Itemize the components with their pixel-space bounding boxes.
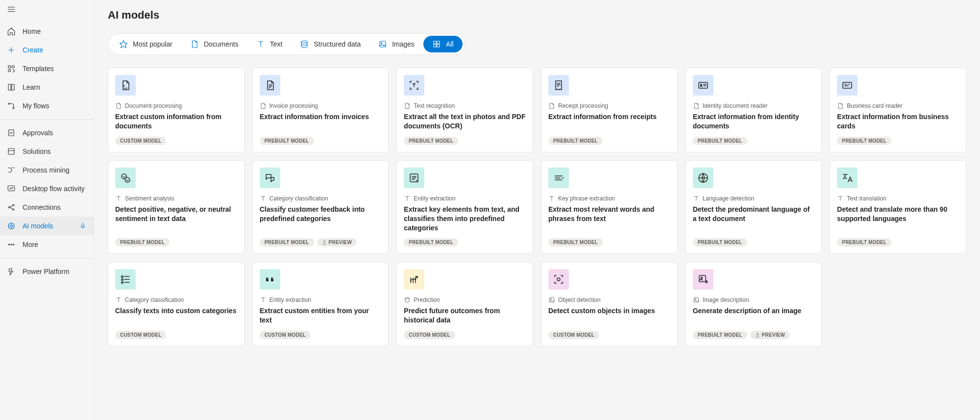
svg-rect-25 — [437, 45, 440, 47]
nav-home[interactable]: Home — [0, 22, 94, 41]
text-category-icon — [260, 195, 267, 202]
ai-models-icon — [7, 222, 16, 230]
card-title: Extract all the text in photos and PDF d… — [404, 112, 526, 131]
nav-label: Approvals — [23, 129, 87, 137]
card-title: Extract custom information from document… — [115, 112, 237, 131]
nav-label: Connections — [23, 203, 87, 211]
card-title: Generate description of an image — [693, 306, 815, 325]
sidebar: Home Create Templates Learn My flows App… — [0, 0, 94, 420]
model-card[interactable]: Entity extractionExtract custom entities… — [252, 262, 389, 346]
doc-category-icon — [115, 102, 122, 109]
card-title: Extract custom entities from your text — [260, 306, 382, 325]
filter-structured-data[interactable]: Structured data — [291, 36, 369, 52]
svg-rect-24 — [434, 45, 436, 47]
hamburger-menu[interactable] — [0, 0, 94, 20]
card-category: Category classification — [115, 296, 237, 303]
svg-point-43 — [695, 299, 696, 300]
model-card[interactable]: Invoice processingExtract information fr… — [252, 68, 389, 152]
card-badges: CUSTOM MODEL — [548, 331, 670, 339]
card-badges: CUSTOM MODEL — [260, 331, 382, 339]
prebuilt-badge: PREBUILT MODEL — [404, 238, 458, 247]
card-badges: PREBUILT MODEL — [404, 137, 526, 145]
nav-ai-models[interactable]: AI models — [0, 217, 94, 235]
model-card[interactable]: Sentiment analysisDetect positive, negat… — [108, 160, 245, 254]
model-card[interactable]: Text recognitionExtract all the text in … — [396, 68, 533, 152]
nav-label: AI models — [23, 222, 72, 230]
doc-category-icon — [837, 102, 844, 109]
card-category-label: Business card reader — [847, 102, 902, 109]
filter-text[interactable]: Text — [247, 36, 292, 52]
custom-badge: CUSTOM MODEL — [115, 331, 166, 339]
process-mining-icon — [7, 166, 16, 174]
card-title: Detect positive, negative, or neutral se… — [115, 205, 237, 233]
text-category-icon — [115, 296, 122, 303]
model-card[interactable]: Entity extractionExtract key elements fr… — [396, 160, 533, 254]
card-title: Classify customer feedback into predefin… — [260, 205, 382, 233]
card-badges: CUSTOM MODEL — [404, 331, 526, 339]
filter-label: Text — [270, 40, 283, 48]
card-badges: PREBUILT MODELPREVIEW — [260, 238, 382, 247]
nav-my-flows[interactable]: My flows — [0, 97, 94, 115]
page-title: AI models — [108, 9, 966, 22]
card-category: Business card reader — [837, 102, 959, 109]
preview-badge: PREVIEW — [750, 331, 790, 339]
nav-create[interactable]: Create — [0, 41, 94, 59]
nav-process-mining[interactable]: Process mining — [0, 161, 94, 179]
model-card[interactable]: Key phrase extractionExtract most releva… — [541, 160, 678, 254]
nav-connections[interactable]: Connections — [0, 198, 94, 217]
nav-desktop-flow[interactable]: Desktop flow activity — [0, 179, 94, 198]
language-icon — [693, 168, 713, 188]
feedback-icon — [260, 168, 280, 188]
svg-rect-7 — [8, 148, 14, 154]
nav-label: My flows — [23, 102, 87, 110]
card-category-label: Language detection — [703, 195, 754, 202]
prebuilt-badge: PREBUILT MODEL — [693, 238, 747, 247]
model-card[interactable]: Image descriptionGenerate description of… — [686, 262, 822, 346]
filter-label: Documents — [204, 40, 239, 48]
prebuilt-badge: PREBUILT MODEL — [693, 137, 747, 145]
card-category: Invoice processing — [260, 102, 382, 109]
model-card[interactable]: Category classificationClassify customer… — [252, 160, 389, 254]
card-category: Key phrase extraction — [548, 195, 670, 202]
model-card[interactable]: Business card readerExtract information … — [830, 68, 966, 152]
svg-rect-26 — [699, 82, 708, 88]
model-card[interactable]: Document processingExtract custom inform… — [108, 68, 245, 152]
card-category-label: Sentiment analysis — [125, 195, 174, 202]
model-card[interactable]: Text translationDetect and translate mor… — [830, 160, 966, 254]
filter-documents[interactable]: Documents — [181, 36, 247, 52]
card-badges: PREBUILT MODEL — [837, 137, 959, 145]
card-category-label: Text translation — [847, 195, 886, 202]
nav-learn[interactable]: Learn — [0, 78, 94, 97]
nav-more[interactable]: More — [0, 235, 94, 254]
model-card[interactable]: Category classificationClassify texts in… — [108, 262, 245, 346]
object-icon — [548, 269, 569, 290]
nav-solutions[interactable]: Solutions — [0, 142, 94, 161]
doc-category-icon — [693, 102, 700, 109]
card-badges: PREBUILT MODEL — [548, 137, 670, 145]
filter-images[interactable]: Images — [369, 36, 423, 52]
prebuilt-badge: PREBUILT MODEL — [693, 331, 747, 339]
doc-category-icon — [260, 102, 267, 109]
quote-icon — [260, 269, 280, 290]
cards-grid: Document processingExtract custom inform… — [108, 68, 966, 346]
model-card[interactable]: Identity document readerExtract informat… — [686, 68, 822, 152]
card-category: Entity extraction — [260, 296, 382, 303]
filter-all[interactable]: All — [423, 36, 463, 52]
model-card[interactable]: Language detectionDetect the predominant… — [686, 160, 822, 254]
card-category: Image description — [693, 296, 815, 303]
filter-most-popular[interactable]: Most popular — [110, 36, 181, 52]
preview-badge: PREVIEW — [317, 238, 357, 247]
model-card[interactable]: PredictionPredict future outcomes from h… — [396, 262, 533, 346]
activity-icon — [7, 184, 16, 193]
nav-approvals[interactable]: Approvals — [0, 124, 94, 142]
sentiment-icon — [115, 168, 136, 188]
text-icon — [256, 40, 265, 49]
nav-templates[interactable]: Templates — [0, 59, 94, 78]
model-card[interactable]: Receipt processingExtract information fr… — [541, 68, 678, 152]
model-card[interactable]: Object detectionDetect custom objects in… — [541, 262, 678, 346]
pin-icon[interactable] — [79, 222, 87, 230]
nav-label: Create — [23, 46, 87, 54]
svg-point-17 — [13, 244, 14, 245]
nav-power-platform[interactable]: Power Platform — [0, 262, 94, 281]
approvals-icon — [7, 128, 16, 137]
